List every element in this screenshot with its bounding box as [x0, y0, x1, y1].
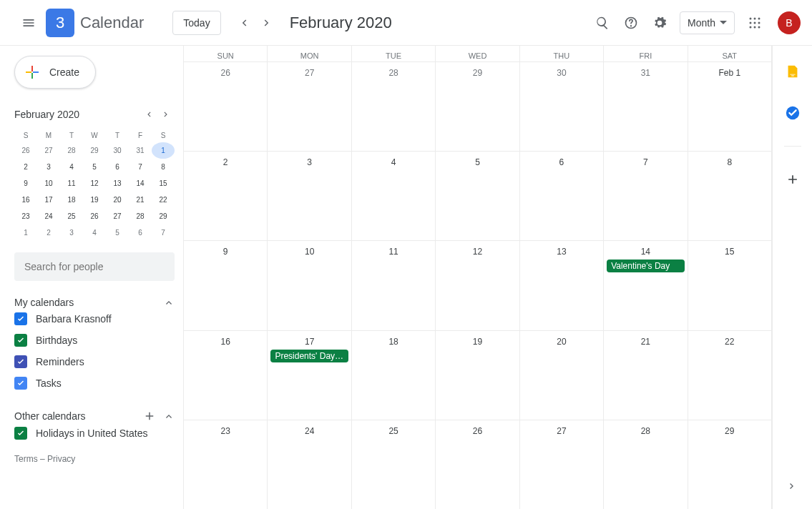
addons-button[interactable] [780, 167, 806, 192]
mini-day[interactable]: 20 [106, 192, 129, 208]
mini-day[interactable]: 27 [106, 208, 129, 224]
main-menu-button[interactable] [11, 6, 46, 40]
mini-day[interactable]: 6 [129, 224, 152, 241]
day-cell[interactable]: 23 [184, 420, 268, 509]
mini-day[interactable]: 29 [83, 142, 106, 159]
day-cell[interactable]: 4 [352, 152, 436, 240]
day-cell[interactable]: 28 [352, 62, 436, 151]
calendar-item[interactable]: Birthdays [14, 330, 175, 351]
day-cell[interactable]: 18 [352, 331, 436, 420]
mini-day[interactable]: 1 [152, 142, 175, 159]
calendar-checkbox[interactable] [14, 377, 27, 390]
privacy-link[interactable]: Privacy [47, 454, 75, 464]
mini-day[interactable]: 9 [14, 175, 37, 192]
calendar-checkbox[interactable] [14, 427, 27, 440]
mini-day[interactable]: 5 [83, 159, 106, 175]
event-chip[interactable]: Presidents' Day (re [270, 350, 348, 362]
mini-day[interactable]: 16 [14, 192, 37, 208]
day-cell[interactable]: 16 [184, 331, 268, 420]
calendar-item[interactable]: Reminders [14, 351, 175, 372]
calendar-checkbox[interactable] [14, 355, 27, 368]
day-cell[interactable]: Feb 1 [688, 62, 772, 151]
mini-day[interactable]: 2 [37, 224, 60, 241]
mini-day[interactable]: 17 [37, 192, 60, 208]
day-cell[interactable]: 27 [268, 62, 351, 151]
day-cell[interactable]: 30 [520, 62, 604, 151]
mini-day[interactable]: 6 [106, 159, 129, 175]
day-cell[interactable]: 22 [688, 331, 772, 420]
day-cell[interactable]: 6 [520, 152, 604, 240]
search-people-input[interactable] [14, 252, 175, 281]
day-cell[interactable]: 7 [604, 152, 688, 240]
today-button[interactable]: Today [172, 11, 220, 35]
event-chip[interactable]: Valentine's Day [607, 260, 684, 272]
mini-day[interactable]: 26 [14, 142, 37, 159]
my-calendars-header[interactable]: My calendars [14, 297, 175, 308]
day-cell[interactable]: 26 [436, 420, 519, 509]
tasks-button[interactable] [780, 100, 806, 126]
day-cell[interactable]: 28 [604, 420, 688, 509]
mini-day[interactable]: 10 [37, 175, 60, 192]
day-cell[interactable]: 15 [688, 241, 772, 330]
mini-day[interactable]: 7 [152, 224, 175, 241]
day-cell[interactable]: 24 [268, 420, 351, 509]
day-cell[interactable]: 27 [520, 420, 604, 509]
mini-day[interactable]: 11 [60, 175, 83, 192]
add-calendar-icon[interactable] [143, 410, 156, 422]
mini-day[interactable]: 15 [152, 175, 175, 192]
mini-next-month[interactable] [157, 106, 175, 123]
next-month-button[interactable] [255, 11, 278, 34]
mini-day[interactable]: 30 [106, 142, 129, 159]
view-switcher[interactable]: Month [680, 11, 735, 34]
calendar-item[interactable]: Tasks [14, 372, 175, 394]
mini-day[interactable]: 22 [152, 192, 175, 208]
terms-link[interactable]: Terms [14, 454, 38, 464]
mini-day[interactable]: 1 [14, 224, 37, 241]
mini-day[interactable]: 8 [152, 159, 175, 175]
mini-day[interactable]: 2 [14, 159, 37, 175]
day-cell[interactable]: 19 [436, 331, 519, 420]
mini-day[interactable]: 14 [129, 175, 152, 192]
mini-day[interactable]: 4 [60, 159, 83, 175]
create-button[interactable]: Create [14, 56, 96, 89]
day-cell[interactable]: 5 [436, 152, 519, 240]
calendar-checkbox[interactable] [14, 334, 27, 347]
day-cell[interactable]: 9 [184, 241, 268, 330]
mini-day[interactable]: 18 [60, 192, 83, 208]
day-cell[interactable]: 12 [436, 241, 519, 330]
support-button[interactable] [617, 9, 645, 37]
prev-month-button[interactable] [233, 11, 255, 34]
calendar-checkbox[interactable] [14, 312, 27, 325]
mini-day[interactable]: 7 [129, 159, 152, 175]
keep-button[interactable] [780, 59, 806, 84]
day-cell[interactable]: 29 [436, 62, 519, 151]
calendar-item[interactable]: Barbara Krasnoff [14, 308, 175, 330]
mini-day[interactable]: 27 [37, 142, 60, 159]
mini-day[interactable]: 21 [129, 192, 152, 208]
account-avatar[interactable]: B [778, 11, 801, 34]
day-cell[interactable]: 25 [352, 420, 436, 509]
day-cell[interactable]: 14Valentine's Day [604, 241, 688, 330]
mini-day[interactable]: 28 [60, 142, 83, 159]
day-cell[interactable]: 13 [520, 241, 604, 330]
day-cell[interactable]: 29 [688, 420, 772, 509]
day-cell[interactable]: 2 [184, 152, 268, 240]
mini-day[interactable]: 26 [83, 208, 106, 224]
mini-day[interactable]: 23 [14, 208, 37, 224]
mini-day[interactable]: 31 [129, 142, 152, 159]
day-cell[interactable]: 3 [268, 152, 351, 240]
day-cell[interactable]: 21 [604, 331, 688, 420]
day-cell[interactable]: 17Presidents' Day (re [268, 331, 351, 420]
mini-day[interactable]: 25 [60, 208, 83, 224]
mini-prev-month[interactable] [140, 106, 157, 123]
day-cell[interactable]: 26 [184, 62, 268, 151]
other-calendars-header[interactable]: Other calendars [14, 410, 175, 422]
mini-day[interactable]: 3 [60, 224, 83, 241]
day-cell[interactable]: 10 [268, 241, 351, 330]
mini-day[interactable]: 3 [37, 159, 60, 175]
mini-day[interactable]: 19 [83, 192, 106, 208]
apps-button[interactable] [740, 9, 769, 37]
mini-day[interactable]: 28 [129, 208, 152, 224]
mini-day[interactable]: 4 [83, 224, 106, 241]
day-cell[interactable]: 20 [520, 331, 604, 420]
